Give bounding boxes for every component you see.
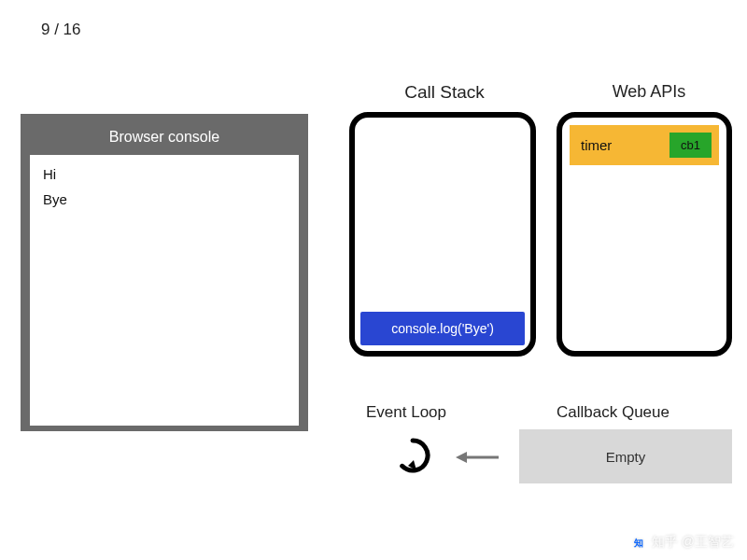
callback-queue-title: Callback Queue — [557, 403, 669, 422]
watermark: 知 知乎 @王智艺 — [631, 534, 734, 551]
call-stack-title: Call Stack — [360, 82, 529, 103]
arrow-left-icon — [454, 448, 500, 467]
svg-text:知: 知 — [633, 538, 643, 548]
web-apis-box: timer cb1 — [557, 112, 732, 357]
browser-console-title: Browser console — [30, 123, 299, 155]
web-api-item: timer cb1 — [570, 125, 719, 165]
callback-queue-box: Empty — [519, 429, 732, 483]
event-loop-title: Event Loop — [366, 403, 446, 422]
console-line: Bye — [43, 191, 286, 207]
watermark-text: 知乎 @王智艺 — [652, 534, 734, 551]
slide-counter: 9 / 16 — [41, 21, 81, 39]
svg-marker-2 — [456, 452, 467, 463]
event-loop-icon — [394, 437, 431, 474]
web-api-callback: cb1 — [669, 133, 712, 158]
browser-console-panel: Browser console Hi Bye — [21, 114, 308, 431]
web-apis-title: Web APIs — [570, 82, 728, 102]
browser-console-body: Hi Bye — [30, 155, 299, 426]
web-api-label: timer — [577, 137, 612, 153]
stack-frame: console.log('Bye') — [360, 312, 525, 345]
console-line: Hi — [43, 166, 286, 182]
call-stack-box: console.log('Bye') — [349, 112, 536, 357]
zhihu-icon: 知 — [631, 535, 646, 550]
callback-queue-content: Empty — [606, 449, 646, 465]
